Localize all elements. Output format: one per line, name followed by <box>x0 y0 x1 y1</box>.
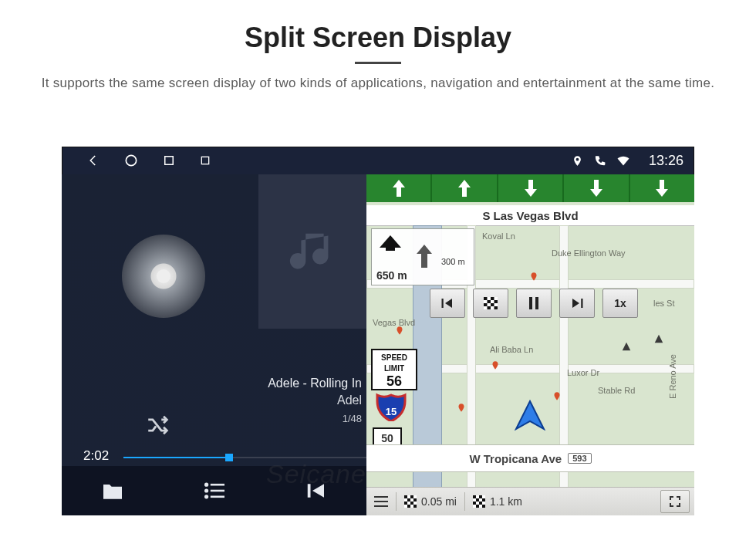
svg-rect-38 <box>479 495 482 498</box>
distance-b: 1.1 km <box>490 495 522 508</box>
svg-rect-39 <box>476 498 479 502</box>
svg-rect-13 <box>484 297 488 300</box>
progress-bar[interactable] <box>123 457 366 458</box>
poi-pin[interactable] <box>653 333 664 344</box>
route-badge: 593 <box>568 453 591 464</box>
svg-rect-17 <box>484 303 488 306</box>
navigation-pane: S Las Vegas Blvd Koval Ln Duke Ellington… <box>366 174 694 515</box>
track-title: Adele - Rolling In <box>268 375 362 392</box>
svg-rect-22 <box>535 297 538 309</box>
svg-rect-15 <box>488 300 491 303</box>
svg-rect-16 <box>494 300 498 303</box>
svg-rect-33 <box>410 502 413 505</box>
poi-pin[interactable] <box>528 272 539 282</box>
then-right-icon <box>415 245 434 268</box>
svg-rect-11 <box>442 299 444 308</box>
svg-rect-30 <box>407 498 410 502</box>
distance-a: 0.05 mi <box>421 495 457 508</box>
turn-distance: 650 m <box>376 269 469 282</box>
svg-rect-43 <box>476 505 479 508</box>
svg-point-6 <box>204 488 208 492</box>
svg-rect-7 <box>211 490 224 492</box>
street-label-reno: E Reno Ave <box>668 354 677 399</box>
speed-limit-value: 56 <box>373 376 416 387</box>
music-player-pane: Adele - Rolling In Adel 1/48 2:02 <box>62 174 366 515</box>
clock-text: 13:26 <box>649 153 683 169</box>
page-subtitle: It supports the same screen display of t… <box>39 73 717 93</box>
lane-arrow <box>498 174 564 202</box>
svg-point-0 <box>126 155 136 165</box>
street-label-koval: Koval Ln <box>482 231 515 241</box>
album-art-placeholder <box>258 174 366 329</box>
street-label-luxor: Luxor Dr <box>567 368 599 377</box>
svg-rect-9 <box>211 496 224 498</box>
back-icon[interactable] <box>86 154 100 167</box>
svg-rect-3 <box>202 157 208 164</box>
svg-rect-14 <box>491 297 494 300</box>
svg-rect-29 <box>410 495 413 498</box>
checkered-flag-icon <box>473 495 485 508</box>
map-next-button[interactable] <box>559 289 595 318</box>
svg-rect-34 <box>407 505 410 508</box>
track-artist: Adel <box>268 392 362 409</box>
phone-icon <box>594 155 606 167</box>
street-label-ali: Ali Baba Ln <box>490 345 533 354</box>
svg-rect-42 <box>479 502 482 505</box>
map-speed-button[interactable]: 1x <box>602 289 638 318</box>
svg-rect-10 <box>308 484 311 498</box>
svg-rect-28 <box>404 495 407 498</box>
open-folder-button[interactable] <box>100 480 125 502</box>
progress-knob[interactable] <box>225 454 233 461</box>
street-label-stable: Stable Rd <box>598 386 635 395</box>
svg-point-8 <box>204 495 208 498</box>
location-icon <box>572 155 583 167</box>
poi-pin[interactable] <box>394 326 405 336</box>
lane-arrow <box>630 174 694 202</box>
nav-bottom-strip: 0.05 mi 1.1 km <box>366 487 694 515</box>
svg-rect-37 <box>473 495 476 498</box>
shuffle-button[interactable] <box>145 414 171 437</box>
svg-rect-40 <box>482 498 485 502</box>
svg-rect-23 <box>581 299 582 308</box>
playlist-button[interactable] <box>202 481 227 501</box>
street-label-duke: Duke Ellington Way <box>552 248 626 258</box>
vehicle-cursor-icon <box>513 400 547 431</box>
home-icon[interactable] <box>123 153 139 168</box>
upcoming-street-label: S Las Vegas Blvd <box>366 205 694 226</box>
svg-rect-18 <box>491 303 494 306</box>
poi-pin[interactable] <box>552 391 562 402</box>
svg-rect-35 <box>413 505 417 508</box>
turn-instruction-panel: 300 m 650 m <box>371 228 474 285</box>
turn-left-icon <box>376 234 407 268</box>
title-underline <box>355 62 401 64</box>
svg-rect-20 <box>494 306 498 309</box>
track-counter: 1/48 <box>268 410 362 427</box>
recents-icon[interactable] <box>162 154 176 167</box>
svg-rect-21 <box>529 297 532 309</box>
poi-pin[interactable] <box>456 403 467 414</box>
menu-button[interactable] <box>366 496 396 507</box>
speed-limit-sign: SPEED LIMIT 56 <box>371 349 417 390</box>
map-prev-button[interactable] <box>430 289 465 318</box>
street-label-giles: les St <box>653 299 675 308</box>
map-pause-button[interactable] <box>516 289 552 318</box>
svg-rect-41 <box>473 502 476 505</box>
lane-guidance-strip <box>366 174 694 202</box>
interstate-shield: 15 <box>376 390 407 421</box>
previous-track-button[interactable] <box>305 480 328 502</box>
svg-rect-26 <box>374 505 388 507</box>
lane-arrow <box>564 174 629 202</box>
lane-arrow <box>432 174 498 202</box>
svg-rect-31 <box>413 498 417 502</box>
device-frame: 13:26 Adele - Rolling In Adel 1/48 <box>62 147 694 515</box>
svg-point-4 <box>204 483 208 487</box>
poi-pin[interactable] <box>621 341 632 352</box>
wifi-icon <box>616 155 630 167</box>
elapsed-time: 2:02 <box>83 448 109 464</box>
svg-rect-1 <box>165 157 174 165</box>
svg-rect-19 <box>488 306 491 309</box>
svg-rect-44 <box>482 505 485 508</box>
poi-pin[interactable] <box>490 360 501 371</box>
map-destination-button[interactable] <box>473 289 508 318</box>
expand-button[interactable] <box>660 490 690 513</box>
